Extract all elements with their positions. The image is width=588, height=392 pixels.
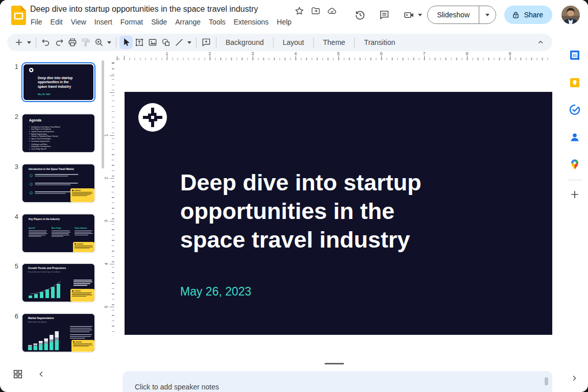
mini-subtitle: Projected Revenue Growth for Space Trave… [28, 271, 60, 273]
insert-line-button[interactable] [173, 36, 186, 49]
google-slides-logo-icon[interactable] [11, 6, 26, 25]
toolbar: Background Layout Theme Transition [7, 34, 552, 51]
menu-insert[interactable]: Insert [90, 17, 116, 27]
insert-comment-button[interactable] [200, 36, 213, 49]
menu-edit[interactable]: Edit [46, 17, 67, 27]
get-addons-plus-icon[interactable] [569, 189, 581, 201]
menu-extensions[interactable]: Extensions [230, 17, 273, 27]
mini-date: May 26, 2023 [38, 93, 50, 95]
transition-button[interactable]: Transition [358, 36, 401, 48]
zoom-caret-icon[interactable] [106, 36, 113, 49]
menu-tools[interactable]: Tools [205, 17, 230, 27]
slide-5-number: 5 [9, 262, 18, 270]
mini-title: Key Players in the Industry [29, 217, 60, 220]
slide-thumbnail-5[interactable]: Growth Trends and Projections Projected … [21, 263, 95, 303]
expand-side-panel-button[interactable] [570, 374, 579, 383]
mini-title: Deep dive into startup opportunities in … [38, 76, 72, 89]
share-button-label: Share [524, 11, 543, 19]
new-slide-button[interactable] [12, 36, 26, 49]
chevron-down-icon [485, 14, 489, 16]
meet-camera-icon[interactable] [403, 9, 415, 21]
slide-6-number: 6 [9, 312, 18, 320]
slide-2-number: 2 [9, 113, 18, 120]
google-contacts-icon[interactable] [569, 131, 581, 143]
top-bar: Deep dive into startup opportunities in … [0, 0, 588, 31]
mini-subtitle: Market Segmentation Analysis [28, 321, 47, 323]
slide-thumbnail-6[interactable]: Market Segmentation Market Segmentation … [21, 313, 95, 353]
google-tasks-icon[interactable] [569, 104, 581, 116]
sticky-note [70, 289, 94, 302]
star-icon[interactable] [294, 6, 304, 16]
account-avatar[interactable] [561, 6, 580, 24]
version-history-icon[interactable] [354, 9, 366, 21]
slide-thumbnail-4[interactable]: Key Players in the Industry SpaceX Blue … [21, 213, 95, 253]
slideshow-options-button[interactable] [479, 6, 496, 23]
sticky-note [71, 340, 94, 352]
google-keep-icon[interactable] [569, 77, 581, 89]
slide-date-textbox[interactable]: May 26, 2023 [180, 285, 251, 299]
document-title[interactable]: Deep dive into startup opportunities in … [30, 5, 258, 14]
menu-slide[interactable]: Slide [147, 17, 171, 27]
menu-bar: File Edit View Insert Format Slide Arran… [27, 17, 296, 27]
collapse-toolbar-button[interactable] [534, 36, 547, 49]
background-button[interactable]: Background [219, 36, 270, 48]
text-box-tool-button[interactable] [133, 36, 146, 49]
print-button[interactable] [66, 36, 79, 49]
lock-icon [511, 11, 520, 19]
notes-resize-handle[interactable] [325, 363, 344, 364]
rail-divider [568, 180, 582, 180]
sticky-note [70, 188, 94, 202]
mini-title: Market Segmentation [28, 316, 54, 320]
share-button[interactable]: Share [504, 6, 552, 24]
mini-title: Growth Trends and Projections [28, 266, 66, 270]
mini-title: Introduction to the Space Travel Market [29, 167, 74, 170]
insert-image-button[interactable] [146, 36, 159, 49]
slide-thumbnail-1[interactable]: Deep dive into startup opportunities in … [21, 62, 95, 102]
layout-button[interactable]: Layout [277, 36, 310, 48]
comments-icon[interactable] [378, 9, 390, 21]
slide-canvas[interactable]: Deep dive into startup opportunities in … [125, 92, 552, 335]
company-logo-icon[interactable] [138, 103, 167, 132]
slideshow-button[interactable]: Slideshow [428, 6, 479, 23]
undo-button[interactable] [39, 36, 53, 49]
speaker-notes-panel[interactable]: Click to add speaker notes [122, 371, 552, 392]
menu-view[interactable]: View [67, 17, 90, 27]
slideshow-button-group: Slideshow [427, 6, 496, 24]
insert-shape-button[interactable] [159, 36, 173, 49]
slide-1-number: 1 [9, 63, 18, 70]
svg-text:31: 31 [573, 53, 577, 58]
move-folder-icon[interactable] [310, 6, 321, 16]
menu-format[interactable]: Format [116, 17, 147, 27]
slide-title-textbox[interactable]: Deep dive into startup opportunities in … [180, 168, 422, 254]
app-window: Deep dive into startup opportunities in … [0, 0, 588, 392]
mini-trend-line [28, 278, 66, 299]
mini-agenda-list: Introduction to the Space Travel Market … [29, 126, 60, 150]
slide-thumbnail-3[interactable]: Introduction to the Space Travel Market … [21, 163, 95, 203]
google-calendar-icon[interactable]: 31 [569, 49, 581, 61]
paint-format-button[interactable] [79, 36, 92, 49]
zoom-button[interactable] [92, 36, 106, 49]
slide-3-number: 3 [9, 163, 18, 170]
theme-button[interactable]: Theme [317, 36, 352, 48]
line-caret-icon[interactable] [186, 36, 193, 49]
select-tool-button[interactable] [119, 36, 133, 49]
filmstrip-scrollbar[interactable] [102, 60, 104, 168]
grid-view-button[interactable] [12, 369, 23, 380]
slide-thumbnail-2[interactable]: Agenda Introduction to the Space Travel … [21, 113, 95, 153]
menu-arrange[interactable]: Arrange [171, 17, 205, 27]
menu-file[interactable]: File [27, 17, 46, 27]
speaker-notes-placeholder[interactable]: Click to add speaker notes [135, 383, 219, 391]
meet-caret-icon[interactable] [418, 14, 422, 16]
new-slide-caret-icon[interactable] [26, 36, 33, 49]
menu-help[interactable]: Help [273, 17, 296, 27]
google-maps-icon[interactable] [569, 158, 581, 170]
saved-status-cloud-icon[interactable] [327, 6, 337, 16]
notes-scrollbar[interactable] [545, 377, 548, 385]
collapse-filmstrip-button[interactable] [37, 370, 46, 379]
slide-4-number: 4 [9, 213, 18, 220]
mini-stacked-chart [28, 331, 59, 350]
mini-title: Agenda [29, 118, 41, 122]
mini-logo-icon [29, 68, 34, 72]
redo-button[interactable] [53, 36, 66, 49]
horizontal-ruler: 1 2 3 4 5 6 7 8 9 [116, 53, 552, 60]
